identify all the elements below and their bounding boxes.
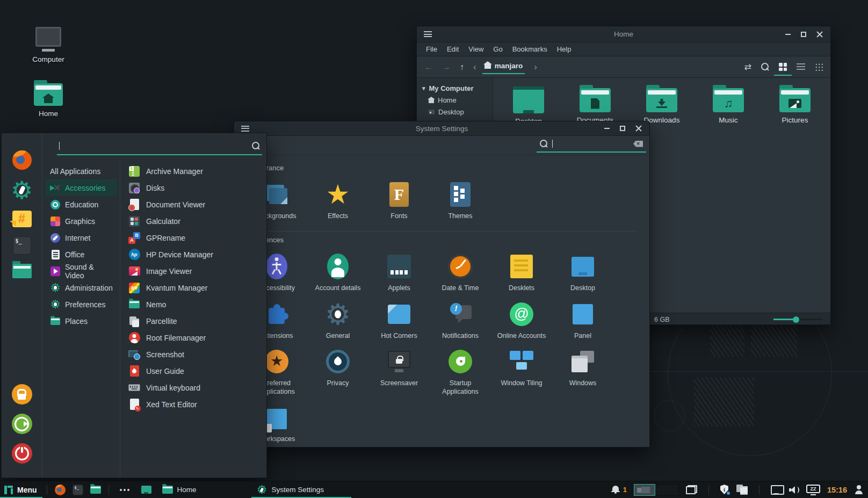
menu-go[interactable]: Go: [488, 45, 507, 53]
file-manager-titlebar[interactable]: Home: [417, 26, 830, 42]
sidebar-item-home[interactable]: Home: [420, 94, 489, 106]
settings-item-hot-corners[interactable]: Hot Corners: [368, 293, 430, 340]
folder-pictures[interactable]: Pictures: [762, 83, 828, 135]
window-button-home[interactable]: Home: [157, 481, 247, 498]
desktop-icon-computer[interactable]: Computer: [23, 27, 74, 63]
category-education[interactable]: Education: [46, 196, 117, 213]
chat-launcher-icon[interactable]: [12, 211, 32, 227]
settings-item-startup-applications[interactable]: Startup Applications: [430, 340, 491, 396]
firefox-launcher-icon[interactable]: [12, 150, 32, 170]
menu-file[interactable]: File: [421, 45, 442, 53]
app-disks[interactable]: Disks: [128, 179, 266, 196]
maximize-button[interactable]: [620, 126, 625, 131]
toggle-location-entry-icon[interactable]: [744, 62, 751, 72]
grouped-windows-icon[interactable]: [113, 481, 136, 498]
slider-handle[interactable]: [793, 316, 799, 323]
category-internet[interactable]: Internet: [46, 229, 117, 246]
settings-item-online-accounts[interactable]: Online Accounts: [491, 293, 552, 340]
category-places[interactable]: Places: [46, 313, 117, 329]
app-xed-text-editor[interactable]: Xed Text Editor: [128, 396, 266, 413]
maximize-button[interactable]: [801, 32, 806, 37]
settings-item-window-tiling[interactable]: Window Tiling: [491, 340, 552, 396]
app-gprename[interactable]: GPRename: [128, 229, 266, 246]
window-quick-list-icon[interactable]: [686, 485, 697, 494]
volume-icon[interactable]: [789, 486, 799, 494]
settings-item-general[interactable]: General: [307, 293, 368, 340]
app-archive-manager[interactable]: Archive Manager: [128, 163, 266, 179]
grid-view-icon[interactable]: [779, 63, 787, 71]
app-parcellite[interactable]: Parcellite: [128, 313, 266, 329]
settings-item-date-time[interactable]: Date & Time: [430, 245, 491, 292]
hamburger-menu-icon[interactable]: [424, 31, 432, 37]
terminal-launcher-icon[interactable]: [73, 485, 83, 495]
sidebar-item-desktop[interactable]: Desktop: [420, 106, 489, 118]
screensaver-inhibit-icon[interactable]: ZZ: [806, 485, 820, 495]
settings-item-themes[interactable]: Themes: [430, 173, 491, 220]
minimize-button[interactable]: [785, 34, 791, 35]
category-accessories[interactable]: Accessories: [46, 179, 117, 196]
breadcrumb[interactable]: manjaro: [482, 60, 525, 74]
app-screenshot[interactable]: Screenshot: [128, 346, 266, 363]
chevron-left-icon[interactable]: ‹: [473, 62, 476, 71]
list-view-icon[interactable]: [797, 63, 805, 71]
firefox-launcher-icon[interactable]: [55, 485, 66, 495]
category-all-applications[interactable]: All Applications: [46, 163, 117, 179]
settings-item-effects[interactable]: Effects: [307, 173, 368, 220]
files-launcher-icon[interactable]: [12, 264, 32, 278]
settings-item-desktop[interactable]: Desktop: [552, 245, 613, 292]
app-nemo[interactable]: Nemo: [128, 296, 266, 313]
settings-item-screensaver[interactable]: Screensaver: [368, 340, 430, 396]
clear-search-icon[interactable]: [633, 141, 643, 147]
app-kvantum-manager[interactable]: Kvantum Manager: [128, 279, 266, 296]
app-virtual-keyboard[interactable]: Virtual keyboard: [128, 379, 266, 396]
desktop-icon-home[interactable]: Home: [23, 78, 74, 118]
workspace-2[interactable]: [655, 484, 679, 496]
up-icon[interactable]: ↑: [460, 63, 464, 71]
show-desktop-button[interactable]: [136, 481, 157, 498]
hamburger-menu-icon[interactable]: [241, 126, 249, 132]
app-galculator[interactable]: Galculator: [128, 213, 266, 229]
menu-edit[interactable]: Edit: [442, 45, 464, 53]
settings-item-windows[interactable]: Windows: [552, 340, 613, 396]
back-icon[interactable]: ←: [424, 63, 433, 71]
search-icon[interactable]: [761, 63, 769, 71]
sidebar-item-my-computer[interactable]: ▾ My Computer: [420, 82, 489, 94]
window-button-system-settings[interactable]: System Settings: [251, 481, 351, 498]
menu-view[interactable]: View: [464, 45, 488, 53]
minimize-button[interactable]: [604, 128, 610, 129]
notifications-icon[interactable]: [611, 485, 620, 494]
lock-screen-icon[interactable]: [12, 384, 32, 405]
clock[interactable]: 15:16: [827, 486, 847, 494]
app-root-filemanager[interactable]: Root Filemanager: [128, 329, 266, 346]
log-out-icon[interactable]: [12, 414, 32, 434]
menu-bookmarks[interactable]: Bookmarks: [508, 45, 552, 53]
files-launcher-icon[interactable]: [90, 486, 101, 494]
close-button[interactable]: [816, 31, 823, 38]
category-administration[interactable]: Administration: [46, 279, 117, 296]
app-user-guide[interactable]: User Guide: [128, 363, 266, 379]
user-icon[interactable]: [854, 485, 863, 494]
firewall-tray-icon[interactable]: [720, 485, 729, 495]
settings-item-account-details[interactable]: Account details: [307, 245, 368, 292]
compact-view-icon[interactable]: [815, 63, 823, 71]
category-preferences[interactable]: Preferences: [46, 296, 117, 313]
forward-icon[interactable]: →: [442, 63, 451, 71]
app-hp-device-manager[interactable]: HP Device Manager: [128, 246, 266, 263]
workspace-switcher[interactable]: [634, 484, 679, 496]
settings-search-input[interactable]: [537, 138, 646, 153]
category-graphics[interactable]: Graphics: [46, 213, 117, 229]
expander-icon[interactable]: ▾: [422, 85, 425, 92]
folder-music[interactable]: Music: [695, 83, 762, 135]
category-sound-video[interactable]: Sound & Video: [46, 263, 117, 279]
settings-item-panel[interactable]: Panel: [552, 293, 613, 340]
manjaro-settings-launcher-icon[interactable]: [11, 179, 33, 201]
settings-item-desklets[interactable]: Desklets: [491, 245, 552, 292]
workspace-1[interactable]: [634, 484, 655, 496]
menu-help[interactable]: Help: [552, 45, 576, 53]
terminal-launcher-icon[interactable]: [13, 236, 31, 255]
app-document-viewer[interactable]: Document Viewer: [128, 196, 266, 213]
settings-item-privacy[interactable]: Privacy: [307, 340, 368, 396]
category-office[interactable]: Office: [46, 246, 117, 263]
display-tray-icon[interactable]: [771, 485, 782, 494]
menu-button[interactable]: Menu: [0, 481, 42, 498]
